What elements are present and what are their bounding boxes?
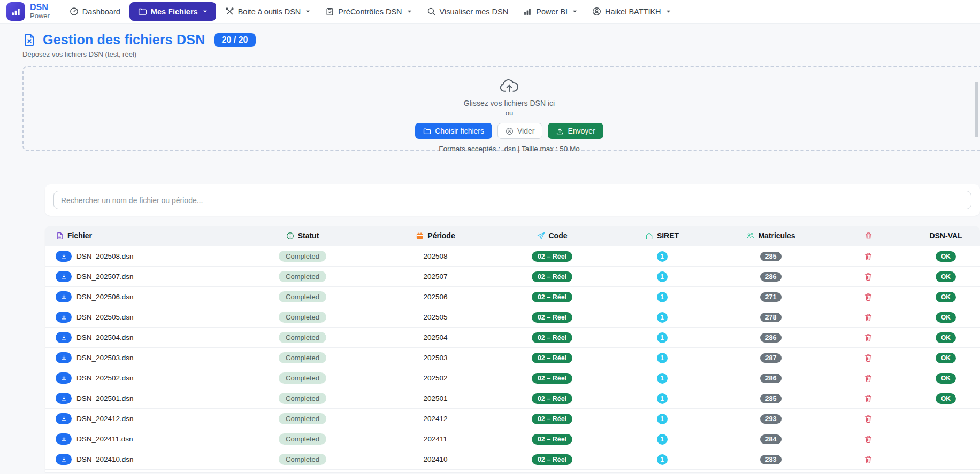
delete-icon[interactable] [864, 313, 872, 322]
code-cell: 02 – Réel [497, 271, 607, 282]
download-icon [61, 395, 67, 401]
status-cell: Completed [231, 454, 374, 465]
column-siret[interactable]: SIRET [607, 231, 717, 240]
delete-icon[interactable] [864, 354, 872, 362]
status-cell: Completed [231, 372, 374, 384]
download-button[interactable] [56, 433, 72, 445]
file-x-icon [22, 33, 36, 47]
matricules-cell: 286 [717, 374, 825, 383]
brand[interactable]: DSN Power [6, 2, 50, 21]
file-cell: DSN_202506.dsn [45, 291, 231, 302]
brand-logo [6, 2, 25, 21]
download-button[interactable] [56, 251, 72, 262]
file-dropzone[interactable]: Glissez vos fichiers DSN ici ou Choisir … [22, 66, 980, 151]
table-header: Fichier Statut Période Code SIRET Matric… [45, 226, 980, 246]
file-cell: DSN_202412.dsn [45, 413, 231, 424]
scrollbar-thumb[interactable] [975, 82, 978, 137]
dropzone-or-text: ou [24, 109, 980, 117]
table-row: DSN_202410.dsn Completed 202410 02 – Rée… [45, 449, 980, 469]
download-button[interactable] [56, 413, 72, 424]
status-cell: Completed [231, 251, 374, 262]
column-periode[interactable]: Période [374, 231, 497, 240]
column-statut[interactable]: Statut [231, 231, 374, 240]
delete-icon[interactable] [864, 455, 872, 464]
download-button[interactable] [56, 312, 72, 323]
matricules-cell: 278 [717, 313, 825, 322]
download-icon [61, 314, 67, 320]
siret-badge: 1 [657, 271, 668, 282]
delete-icon[interactable] [864, 415, 872, 423]
column-code[interactable]: Code [497, 231, 607, 240]
nav-item-mes-fichiers[interactable]: Mes Fichiers [129, 2, 216, 21]
send-button[interactable]: Envoyer [548, 123, 603, 139]
download-button[interactable] [56, 393, 72, 404]
delete-cell [825, 313, 912, 322]
main-content: Gestion des fichiers DSN 20 / 20 Déposez… [0, 24, 980, 472]
delete-icon[interactable] [864, 374, 872, 383]
nav-item-dashboard[interactable]: Dashboard [64, 3, 126, 20]
file-name: DSN_202411.dsn [76, 435, 133, 443]
download-button[interactable] [56, 372, 72, 384]
file-name: DSN_202505.dsn [76, 313, 134, 321]
download-button[interactable] [56, 271, 72, 282]
status-cell: Completed [231, 433, 374, 445]
delete-icon[interactable] [864, 293, 872, 301]
download-icon [61, 456, 67, 462]
status-badge: Completed [279, 393, 326, 404]
dsnval-badge: OK [936, 251, 956, 262]
folder-icon [423, 127, 431, 135]
delete-icon[interactable] [864, 252, 872, 261]
file-name: DSN_202508.dsn [76, 252, 134, 260]
clear-button[interactable]: Vider [497, 123, 542, 139]
delete-icon[interactable] [864, 273, 872, 281]
chevron-down-icon [305, 10, 310, 13]
dsnval-cell: OK [912, 271, 980, 282]
status-badge: Completed [279, 251, 326, 262]
nav-item-pr-contr-les-dsn[interactable]: PréContrôles DSN [319, 3, 417, 20]
file-cell: DSN_202507.dsn [45, 271, 231, 282]
period-value: 202502 [374, 374, 497, 382]
code-badge: 02 – Réel [532, 373, 572, 384]
formats-hint: Formats acceptés : .dsn | Taille max : 5… [24, 145, 980, 153]
nav-item-boite-outils-dsn[interactable]: Boite à outils DSN [219, 3, 317, 20]
matricules-badge: 285 [760, 394, 782, 403]
table-row: DSN_202412.dsn Completed 202412 02 – Rée… [45, 408, 980, 429]
file-cell: DSN_202508.dsn [45, 251, 231, 262]
dsnval-cell: OK [912, 353, 980, 363]
download-button[interactable] [56, 352, 72, 363]
matricules-badge: 285 [760, 252, 782, 261]
nav-item-power-bi[interactable]: Power BI [517, 3, 583, 20]
delete-icon[interactable] [864, 435, 872, 444]
download-button[interactable] [56, 332, 72, 343]
matricules-badge: 286 [760, 272, 782, 282]
siret-cell: 1 [607, 434, 717, 445]
dsnval-cell: OK [912, 292, 980, 302]
gauge-icon [70, 7, 79, 16]
status-badge: Completed [279, 332, 326, 343]
choose-files-button[interactable]: Choisir fichiers [415, 123, 492, 139]
nav-item-visualiser-mes-dsn[interactable]: Visualiser mes DSN [421, 3, 515, 20]
page-head: Gestion des fichiers DSN 20 / 20 [22, 32, 980, 48]
table-row: DSN_202506.dsn Completed 202506 02 – Rée… [45, 286, 980, 307]
code-badge: 02 – Réel [532, 251, 572, 262]
delete-icon[interactable] [864, 394, 872, 403]
dsnval-badge: OK [936, 393, 956, 404]
delete-cell [825, 394, 912, 403]
period-value: 202505 [374, 313, 497, 321]
period-value: 202501 [374, 394, 497, 402]
delete-cell [825, 415, 912, 423]
table-row: DSN_202502.dsn Completed 202502 02 – Rée… [45, 368, 980, 388]
siret-badge: 1 [657, 312, 668, 323]
code-badge: 02 – Réel [532, 271, 572, 282]
delete-icon[interactable] [864, 333, 872, 342]
download-button[interactable] [56, 291, 72, 302]
nav-item-label: Haikel BATTIKH [605, 7, 661, 16]
download-button[interactable] [56, 454, 72, 465]
search-input[interactable] [53, 191, 971, 209]
matricules-badge: 271 [760, 292, 782, 302]
column-fichier[interactable]: Fichier [45, 231, 231, 240]
column-matricules[interactable]: Matricules [717, 231, 825, 240]
nav-item-haikel-battikh[interactable]: Haikel BATTIKH [586, 3, 676, 20]
file-cell: DSN_202502.dsn [45, 372, 231, 384]
siret-badge: 1 [657, 454, 668, 465]
